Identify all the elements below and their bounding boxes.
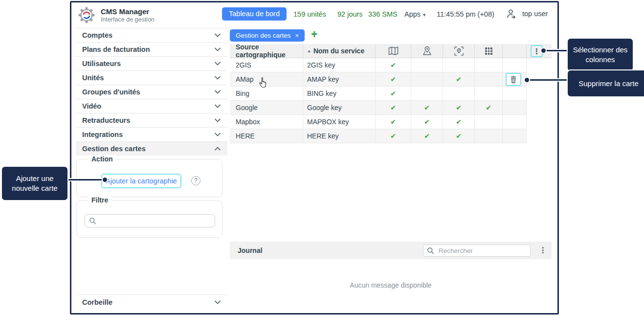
check-icon: ✔ bbox=[486, 104, 491, 112]
units-counter[interactable]: 159 unités bbox=[293, 10, 326, 18]
annotation-dot bbox=[103, 178, 107, 182]
add-map-button[interactable]: Ajouter la cartographie bbox=[101, 174, 181, 188]
sidebar-item-integrations[interactable]: Integrations bbox=[76, 127, 227, 141]
chevron-down-icon bbox=[215, 104, 221, 108]
filter-group: Filtre bbox=[76, 200, 222, 238]
chevron-down-icon bbox=[215, 300, 221, 304]
tab-label: Gestion des cartes bbox=[236, 32, 291, 39]
app-title: CMS Manager bbox=[101, 7, 149, 16]
check-icon: ✔ bbox=[390, 132, 396, 140]
sidebar-item-corbeille[interactable]: Corbeille bbox=[76, 294, 227, 310]
dashboard-button[interactable]: Tableau de bord bbox=[222, 7, 287, 21]
kebab-menu-icon: ⋮ bbox=[533, 47, 540, 55]
column-header-grid[interactable] bbox=[475, 44, 503, 58]
app-window: CMS Manager Interface de gestion Tableau… bbox=[70, 1, 559, 315]
delete-map-button[interactable] bbox=[506, 73, 521, 86]
check-icon: ✔ bbox=[456, 132, 462, 140]
switch-user-icon[interactable] bbox=[506, 8, 517, 20]
check-icon: ✔ bbox=[456, 104, 462, 112]
annotation-line bbox=[544, 50, 568, 51]
sidebar-item-groupes-unites[interactable]: Groupes d'unités bbox=[76, 85, 227, 99]
map-icon bbox=[388, 46, 399, 55]
sidebar-item-unites[interactable]: Unités bbox=[76, 70, 227, 85]
table-row-mapbox[interactable]: Mapbox MAPBOX key ✔ ✔ ✔ bbox=[230, 115, 527, 129]
table-row-amap[interactable]: AMap AMAP key ✔ ✔ bbox=[230, 72, 527, 87]
filter-search-input[interactable] bbox=[100, 217, 211, 225]
table-row-bing[interactable]: Bing BING key ✔ bbox=[230, 87, 527, 101]
action-group: Action Ajouter la cartographie ? bbox=[76, 159, 222, 197]
check-icon: ✔ bbox=[390, 118, 396, 126]
table-row-here[interactable]: HERE HERE key ✔ ✔ ✔ bbox=[230, 129, 527, 143]
help-icon[interactable]: ? bbox=[191, 176, 200, 185]
chevron-down-icon bbox=[215, 133, 221, 136]
chevron-down-icon bbox=[215, 90, 221, 94]
annotation-line bbox=[527, 79, 568, 81]
check-icon: ✔ bbox=[424, 132, 430, 140]
sidebar-item-retraducteurs[interactable]: Retraducteurs bbox=[76, 113, 227, 127]
journal-panel-header: Journal ⋮ bbox=[230, 242, 552, 259]
trash-icon bbox=[510, 75, 517, 84]
filter-group-legend: Filtre bbox=[88, 196, 111, 204]
check-icon: ✔ bbox=[390, 75, 396, 83]
check-icon: ✔ bbox=[424, 118, 430, 126]
chevron-up-icon bbox=[215, 147, 221, 151]
check-icon: ✔ bbox=[456, 75, 462, 83]
journal-empty-message: Aucun message disponible bbox=[230, 281, 552, 289]
check-icon: ✔ bbox=[424, 104, 430, 112]
column-header-service[interactable]: ▲ Nom du service bbox=[303, 44, 376, 58]
column-header-map[interactable] bbox=[376, 44, 411, 58]
journal-title: Journal bbox=[238, 247, 263, 254]
sort-ascending-icon: ▲ bbox=[307, 49, 311, 53]
annotation-dot bbox=[525, 78, 529, 82]
table-row-google[interactable]: Google Google key ✔ ✔ ✔ ✔ bbox=[230, 101, 527, 115]
check-icon: ✔ bbox=[390, 90, 396, 97]
column-header-locate-pin[interactable] bbox=[443, 44, 475, 58]
app-logo-gear-icon bbox=[77, 6, 96, 24]
app-subtitle: Interface de gestion bbox=[101, 16, 155, 23]
apps-menu-label: Apps bbox=[404, 10, 421, 18]
current-user-label[interactable]: top user bbox=[522, 10, 548, 18]
filter-search-field[interactable] bbox=[85, 214, 215, 227]
tab-gestion-des-cartes[interactable]: Gestion des cartes × bbox=[230, 29, 305, 42]
table-header: Source cartographique ▲ Nom du service ⋮ bbox=[230, 44, 552, 58]
annotation-select-columns: Sélectionner des colonnes bbox=[567, 38, 634, 72]
sms-counter[interactable]: 336 SMS bbox=[368, 10, 398, 18]
close-icon[interactable]: × bbox=[295, 32, 299, 39]
check-icon: ✔ bbox=[390, 104, 396, 112]
column-header-blank bbox=[503, 44, 527, 58]
apps-menu[interactable]: Apps▾ bbox=[404, 10, 426, 18]
journal-search-field[interactable] bbox=[423, 245, 531, 257]
locate-pin-icon bbox=[454, 46, 464, 56]
sidebar-item-utilisateurs[interactable]: Utilisateurs bbox=[76, 56, 227, 70]
sidebar-item-gestion-des-cartes[interactable]: Gestion des cartes bbox=[76, 141, 227, 156]
search-icon bbox=[89, 217, 96, 225]
sidebar-item-plans-de-facturation[interactable]: Plans de facturation bbox=[76, 42, 227, 56]
chevron-down-icon bbox=[215, 76, 221, 80]
table-row-2gis[interactable]: 2GIS 2GIS key ✔ bbox=[230, 58, 527, 72]
sidebar-item-video[interactable]: Vidéo bbox=[76, 99, 227, 113]
chevron-down-icon bbox=[215, 62, 221, 66]
action-group-legend: Action bbox=[88, 155, 116, 163]
sidebar: Comptes Plans de facturation Utilisateur… bbox=[76, 28, 227, 156]
page: CMS Manager Interface de gestion Tableau… bbox=[0, 0, 644, 316]
map-pin-icon bbox=[422, 46, 433, 56]
chevron-down-icon: ▾ bbox=[423, 12, 426, 18]
chevron-down-icon bbox=[215, 33, 221, 37]
chevron-down-icon bbox=[215, 118, 221, 122]
annotation-add-map: Ajouter une nouvelle carte bbox=[1, 166, 68, 201]
column-header-map-pin[interactable] bbox=[411, 44, 443, 58]
annotation-dot bbox=[541, 48, 546, 53]
column-header-source[interactable]: Source cartographique bbox=[230, 44, 303, 58]
search-icon bbox=[427, 247, 434, 254]
sidebar-item-comptes[interactable]: Comptes bbox=[76, 28, 227, 42]
grid-icon bbox=[484, 46, 493, 56]
add-tab-button[interactable]: + bbox=[311, 28, 317, 41]
days-counter[interactable]: 92 jours bbox=[337, 10, 363, 18]
journal-menu-button[interactable]: ⋮ bbox=[538, 246, 548, 255]
check-icon: ✔ bbox=[456, 118, 462, 126]
clock: 11:45:55 pm (+08) bbox=[437, 10, 494, 18]
annotation-delete-map: Supprimer la carte bbox=[567, 69, 644, 97]
check-icon: ✔ bbox=[390, 61, 396, 69]
journal-search-input[interactable] bbox=[438, 247, 527, 255]
chevron-down-icon bbox=[215, 47, 221, 51]
